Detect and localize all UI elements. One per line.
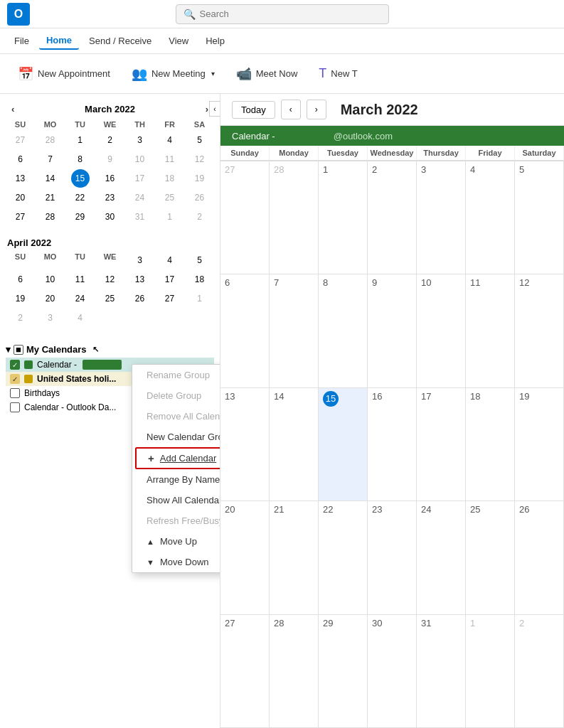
month-cell[interactable]: 6 (220, 274, 270, 387)
mini-cal-prev[interactable]: ‹ (7, 102, 18, 116)
search-bar[interactable]: 🔍 (176, 4, 389, 24)
cal-prev-button[interactable]: ‹ (281, 100, 301, 119)
month-cell[interactable]: 1 (466, 615, 515, 728)
cal-day[interactable]: 18 (161, 169, 179, 188)
cal-day[interactable]: 26 (131, 289, 149, 308)
month-cell[interactable]: 23 (368, 501, 417, 614)
my-calendars-header[interactable]: ▾ ■ My Calendars ↖ (6, 341, 214, 358)
ctx-delete-group[interactable]: Delete Group (132, 385, 220, 406)
cal-day[interactable]: 27 (161, 289, 179, 308)
menu-view[interactable]: View (161, 33, 196, 49)
cal-day[interactable]: 13 (11, 169, 30, 188)
cal-day[interactable]: 13 (131, 270, 149, 289)
cal-day[interactable]: 28 (41, 131, 60, 149)
new-appointment-button[interactable]: 📅 New Appointment (9, 61, 119, 87)
cal-day[interactable]: 14 (41, 169, 60, 188)
cal-day[interactable]: 10 (131, 150, 149, 168)
month-cell[interactable]: 22 (319, 501, 368, 614)
cal-day[interactable]: 2 (11, 309, 30, 327)
cal-day[interactable]: 5 (191, 131, 209, 149)
cal-day[interactable]: 9 (101, 150, 119, 168)
cal-day[interactable]: 3 (131, 251, 149, 269)
new-teams-button[interactable]: T New T (309, 61, 366, 86)
cal-day[interactable]: 4 (161, 251, 179, 269)
ctx-show-all-calendars[interactable]: Show All Calendars (132, 490, 220, 510)
calendar-checkbox[interactable] (10, 402, 20, 412)
month-cell[interactable]: 25 (466, 501, 515, 614)
month-cell[interactable]: 11 (466, 274, 515, 387)
menu-home[interactable]: Home (39, 32, 79, 50)
cal-day[interactable]: 22 (71, 188, 90, 207)
cal-day[interactable]: 25 (101, 289, 119, 308)
cal-day[interactable]: 7 (41, 150, 60, 168)
month-cell[interactable]: 18 (466, 388, 515, 501)
cal-day[interactable]: 24 (71, 289, 90, 308)
cal-day[interactable]: 24 (131, 188, 149, 207)
month-cell-today[interactable]: 15 (319, 388, 368, 501)
ctx-refresh-free-busy[interactable]: Refresh Free/Busy (132, 510, 220, 531)
menu-send-receive[interactable]: Send / Receive (82, 33, 159, 49)
cal-day[interactable]: 8 (71, 150, 90, 168)
month-cell[interactable]: 17 (417, 388, 466, 501)
cal-day[interactable]: 2 (101, 131, 119, 149)
calendar-checkbox[interactable] (10, 388, 20, 398)
month-cell[interactable]: 20 (220, 501, 270, 614)
month-cell[interactable]: 31 (417, 615, 466, 728)
cal-day[interactable]: 1 (191, 289, 209, 308)
ctx-new-calendar-group[interactable]: New Calendar Group (132, 427, 220, 447)
cal-day[interactable]: 2 (191, 208, 209, 226)
month-cell[interactable]: 28 (270, 615, 319, 728)
cal-day[interactable]: 17 (161, 270, 179, 289)
month-cell[interactable]: 2 (515, 615, 564, 728)
month-cell[interactable]: 29 (319, 615, 368, 728)
month-cell[interactable]: 8 (319, 274, 368, 387)
month-cell[interactable]: 1 (319, 161, 368, 274)
menu-help[interactable]: Help (198, 33, 232, 49)
month-cell[interactable]: 19 (515, 388, 564, 501)
ctx-move-down[interactable]: ▼ Move Down (132, 552, 220, 572)
ctx-move-up[interactable]: ▲ Move Up (132, 531, 220, 552)
sidebar-collapse-button[interactable]: ‹ (209, 101, 220, 117)
cal-day[interactable]: 23 (101, 188, 119, 207)
cal-day[interactable]: 19 (191, 169, 209, 188)
cal-day[interactable]: 31 (131, 208, 149, 226)
month-cell[interactable]: 10 (417, 274, 466, 387)
month-cell[interactable]: 27 (220, 615, 270, 728)
cal-day[interactable]: 3 (41, 309, 60, 327)
cal-day[interactable]: 30 (101, 208, 119, 226)
ctx-arrange-by-name[interactable]: Arrange By Name (132, 469, 220, 490)
cal-day-today[interactable]: 15 (71, 169, 90, 188)
calendar-checkbox[interactable]: ✓ (10, 374, 20, 384)
month-cell[interactable]: 14 (270, 388, 319, 501)
month-cell[interactable]: 5 (515, 161, 564, 274)
cal-day[interactable]: 4 (161, 131, 179, 149)
cal-day[interactable]: 27 (11, 208, 30, 226)
month-cell[interactable]: 3 (417, 161, 466, 274)
month-cell[interactable]: 2 (368, 161, 417, 274)
cal-day[interactable]: 5 (191, 251, 209, 269)
today-button[interactable]: Today (232, 101, 275, 119)
cal-day[interactable]: 26 (191, 188, 209, 207)
cal-day[interactable]: 25 (161, 188, 179, 207)
cal-next-button[interactable]: › (307, 100, 326, 119)
month-cell[interactable]: 28 (270, 161, 319, 274)
month-cell[interactable]: 12 (515, 274, 564, 387)
cal-day[interactable]: 20 (11, 188, 30, 207)
cal-day[interactable]: 12 (191, 150, 209, 168)
cal-day[interactable]: 1 (71, 131, 90, 149)
new-meeting-button[interactable]: 👥 New Meeting ▾ (122, 61, 224, 87)
cal-day[interactable]: 19 (11, 289, 30, 308)
month-cell[interactable]: 9 (368, 274, 417, 387)
cal-day[interactable]: 16 (101, 169, 119, 188)
menu-file[interactable]: File (7, 33, 36, 49)
cal-day[interactable]: 12 (101, 270, 119, 289)
cal-day[interactable]: 21 (41, 188, 60, 207)
cal-day[interactable]: 6 (11, 150, 30, 168)
cal-day[interactable]: 17 (131, 169, 149, 188)
cal-day[interactable]: 6 (11, 270, 30, 289)
search-input[interactable] (200, 9, 381, 19)
month-cell[interactable]: 24 (417, 501, 466, 614)
cal-day[interactable]: 4 (71, 309, 90, 327)
month-cell[interactable]: 21 (270, 501, 319, 614)
month-cell[interactable]: 27 (220, 161, 270, 274)
